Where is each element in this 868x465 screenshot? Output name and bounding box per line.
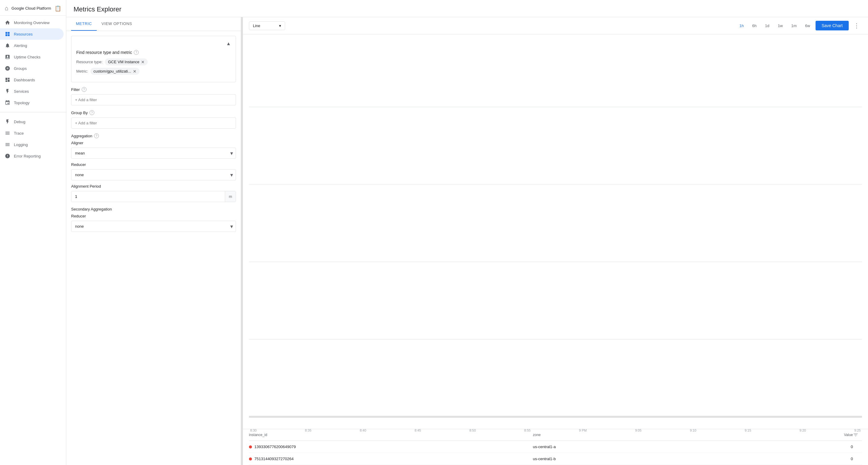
sidebar-item-label: Debug bbox=[14, 120, 25, 124]
more-options-button[interactable]: ⋮ bbox=[851, 21, 862, 30]
time-btn-1h[interactable]: 1h bbox=[736, 22, 747, 30]
sidebar-item-groups[interactable]: Groups bbox=[0, 63, 64, 74]
sidebar-item-dashboards[interactable]: Dashboards bbox=[0, 74, 64, 86]
alignment-period-label: Alignment Period bbox=[71, 184, 236, 189]
sidebar-item-resources[interactable]: Resources bbox=[0, 28, 64, 40]
x-label-4: 8:50 bbox=[469, 429, 475, 432]
x-label-9: 9:15 bbox=[745, 429, 751, 432]
chart-toolbar-right: 1h 6h 1d 1w 1m 6w Save Chart ⋮ bbox=[736, 21, 862, 30]
resource-type-label: Resource type: bbox=[76, 60, 102, 64]
tab-view-options[interactable]: VIEW OPTIONS bbox=[97, 17, 137, 31]
metric-chip[interactable]: custom/gpu_utilizati... ✕ bbox=[90, 68, 140, 75]
sidebar-item-monitoring-overview[interactable]: Monitoring Overview bbox=[0, 17, 64, 28]
x-label-10: 9:20 bbox=[800, 429, 806, 432]
sidebar-item-label: Monitoring Overview bbox=[14, 21, 50, 25]
services-nav-icon bbox=[5, 89, 10, 94]
sidebar-item-alerting[interactable]: Alerting bbox=[0, 40, 64, 51]
sidebar-item-trace[interactable]: Trace bbox=[0, 127, 64, 139]
group-by-input[interactable] bbox=[71, 118, 236, 129]
page-header: Metrics Explorer bbox=[66, 0, 868, 17]
sidebar-item-label: Services bbox=[14, 89, 29, 94]
time-btn-1w[interactable]: 1w bbox=[775, 22, 786, 30]
resource-type-row: Resource type: GCE VM Instance ✕ bbox=[76, 59, 231, 65]
chart-toolbar-left: Line ▾ bbox=[249, 22, 285, 30]
trace-nav-icon bbox=[5, 130, 10, 136]
sidebar: ⌂ Google Cloud Platform 📋 Monitoring Ove… bbox=[0, 0, 66, 465]
row-1-zone: us-central1-b bbox=[533, 457, 817, 461]
page-title: Metrics Explorer bbox=[73, 5, 861, 13]
metric-row: Metric: custom/gpu_utilizati... ✕ bbox=[76, 68, 231, 75]
home-icon: ⌂ bbox=[5, 5, 8, 12]
save-chart-button[interactable]: Save Chart bbox=[815, 21, 849, 30]
sidebar-logo-text: Google Cloud Platform bbox=[11, 6, 51, 10]
x-label-7: 9:05 bbox=[635, 429, 641, 432]
aligner-select[interactable]: mean sum min max count bbox=[71, 147, 236, 159]
tab-bar: METRIC VIEW OPTIONS bbox=[66, 17, 241, 31]
chart-type-select[interactable]: Line ▾ bbox=[249, 22, 285, 30]
metric-close-icon[interactable]: ✕ bbox=[133, 69, 136, 73]
x-label-11: 9:25 bbox=[855, 429, 861, 432]
collapse-button[interactable]: ▲ bbox=[226, 41, 231, 46]
left-panel: METRIC VIEW OPTIONS ▲ Find resource type… bbox=[66, 17, 241, 465]
sidebar-item-label: Trace bbox=[14, 131, 24, 135]
x-label-6: 9 PM bbox=[579, 429, 587, 432]
x-label-1: 8:35 bbox=[305, 429, 311, 432]
tab-metric[interactable]: METRIC bbox=[71, 17, 97, 31]
time-btn-1m[interactable]: 1m bbox=[788, 22, 800, 30]
find-resource-label: Find resource type and metric ? bbox=[76, 50, 231, 55]
chart-type-dropdown-icon: ▾ bbox=[279, 24, 281, 28]
sidebar-item-error-reporting[interactable]: Error Reporting bbox=[0, 150, 64, 162]
row-0-dot bbox=[249, 445, 252, 449]
sidebar-item-logging[interactable]: Logging bbox=[0, 139, 64, 150]
reducer-label: Reducer bbox=[71, 162, 236, 167]
main-body: METRIC VIEW OPTIONS ▲ Find resource type… bbox=[66, 17, 868, 465]
table-row: 1393306776200649079 us-central1-a 0 bbox=[249, 441, 862, 453]
filter-group: Filter ? bbox=[71, 87, 236, 105]
sidebar-item-label: Groups bbox=[14, 66, 27, 71]
metric-label: Metric: bbox=[76, 69, 88, 73]
column-header-instance-id: instance_id bbox=[249, 432, 533, 438]
filter-label: Filter ? bbox=[71, 87, 236, 92]
sidebar-item-uptime-checks[interactable]: Uptime Checks bbox=[0, 51, 64, 63]
aggregation-label: Aggregation ? bbox=[71, 133, 236, 138]
sidebar-logo: ⌂ Google Cloud Platform 📋 bbox=[0, 0, 66, 16]
main-content: Metrics Explorer METRIC VIEW OPTIONS ▲ F… bbox=[66, 0, 868, 465]
x-label-3: 8:45 bbox=[415, 429, 421, 432]
aggregation-help-icon[interactable]: ? bbox=[94, 133, 99, 138]
chart-toolbar: Line ▾ 1h 6h 1d 1w 1m 6w Save Chart ⋮ bbox=[243, 17, 868, 34]
book-icon: 📋 bbox=[55, 5, 61, 12]
find-resource-card: ▲ Find resource type and metric ? Resour… bbox=[71, 36, 236, 82]
reducer-select[interactable]: none sum min max mean count bbox=[71, 169, 236, 180]
secondary-reducer-select[interactable]: none sum min max mean count bbox=[71, 221, 236, 232]
find-resource-help-icon[interactable]: ? bbox=[134, 50, 138, 55]
resource-type-chip[interactable]: GCE VM Instance ✕ bbox=[105, 59, 148, 65]
secondary-aggregation-label: Secondary Aggregation bbox=[71, 207, 236, 211]
sidebar-divider bbox=[0, 112, 66, 112]
alignment-period-input[interactable] bbox=[71, 191, 225, 202]
sidebar-debug-nav: Debug Trace Logging Error Reporting bbox=[0, 115, 66, 163]
secondary-reducer-label: Reducer bbox=[71, 214, 236, 218]
sidebar-item-label: Alerting bbox=[14, 43, 27, 48]
group-by-group: Group By ? bbox=[71, 110, 236, 129]
secondary-reducer-select-wrapper: none sum min max mean count ▾ bbox=[71, 221, 236, 232]
group-by-help-icon[interactable]: ? bbox=[90, 110, 94, 115]
secondary-aggregation-group: Secondary Aggregation Reducer none sum m… bbox=[71, 207, 236, 232]
time-btn-6w[interactable]: 6w bbox=[802, 22, 813, 30]
home-nav-icon bbox=[5, 20, 10, 25]
alignment-period-unit: m bbox=[225, 191, 236, 202]
sidebar-item-label: Logging bbox=[14, 142, 28, 147]
time-btn-6h[interactable]: 6h bbox=[749, 22, 760, 30]
data-table: instance_id zone Value 139330677 bbox=[243, 429, 868, 465]
right-panel: Line ▾ 1h 6h 1d 1w 1m 6w Save Chart ⋮ bbox=[243, 17, 868, 465]
x-label-8: 9:10 bbox=[690, 429, 696, 432]
time-btn-1d[interactable]: 1d bbox=[762, 22, 772, 30]
sidebar-item-services[interactable]: Services bbox=[0, 86, 64, 97]
aligner-select-wrapper: mean sum min max count ▾ bbox=[71, 147, 236, 159]
resource-type-close-icon[interactable]: ✕ bbox=[141, 60, 145, 64]
sidebar-item-topology[interactable]: Topology bbox=[0, 97, 64, 108]
sidebar-item-debug[interactable]: Debug bbox=[0, 116, 64, 127]
sidebar-main-nav: Monitoring Overview Resources Alerting U… bbox=[0, 16, 66, 110]
filter-help-icon[interactable]: ? bbox=[82, 87, 87, 92]
x-label-0: 8:30 bbox=[250, 429, 256, 432]
filter-input[interactable] bbox=[71, 94, 236, 105]
